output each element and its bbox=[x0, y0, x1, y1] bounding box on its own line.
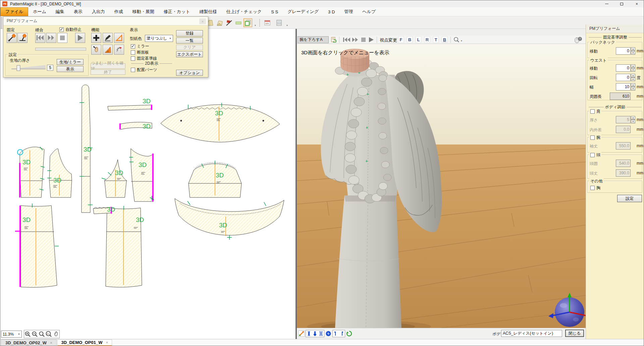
menu-item-io[interactable]: 入出力 bbox=[87, 7, 110, 16]
tab-close-icon[interactable]: × bbox=[106, 340, 108, 345]
zoom-out-icon[interactable] bbox=[32, 331, 38, 338]
body-name-field[interactable]: ACS_レディス(セットイン) bbox=[501, 330, 562, 337]
minimize-button[interactable] bbox=[599, 0, 614, 7]
measure-bar-icon[interactable] bbox=[234, 18, 243, 27]
mannequin-view-icon[interactable] bbox=[312, 330, 318, 337]
no-sew-icon[interactable] bbox=[225, 18, 233, 27]
chevron-down-icon[interactable]: ▼ bbox=[254, 24, 256, 26]
fold-left-icon[interactable] bbox=[333, 330, 339, 337]
sew-play-button[interactable] bbox=[75, 33, 85, 43]
menu-item-modify-cut[interactable]: 修正・カット bbox=[159, 7, 195, 16]
menu-item-file[interactable]: ファイル bbox=[0, 7, 28, 16]
menu-item-sewing-spec[interactable]: 縫製仕様 bbox=[195, 7, 222, 16]
numeric-123-icon[interactable]: 123 bbox=[263, 18, 272, 27]
drape-view-1-icon[interactable] bbox=[306, 330, 312, 337]
menu-item-manage[interactable]: 管理 bbox=[339, 7, 358, 16]
panel-title-bar[interactable]: PMプリフォーム × bbox=[3, 17, 208, 25]
pencil-draw-button[interactable] bbox=[103, 33, 113, 43]
pattern-piece-bodice-l2[interactable] bbox=[49, 149, 72, 197]
view-left-button[interactable]: L bbox=[416, 36, 421, 43]
menu-item-help[interactable]: ヘルプ bbox=[358, 7, 380, 16]
pattern-fold-icon[interactable] bbox=[215, 18, 224, 27]
layer-square-icon[interactable] bbox=[244, 18, 252, 27]
waist-move-field[interactable]: 0 bbox=[616, 64, 631, 72]
zoom-level-select[interactable]: 11.3%▼ bbox=[1, 331, 22, 338]
menu-item-ss[interactable]: S S bbox=[266, 7, 283, 16]
waist-move-spinner[interactable]: ▲▼ bbox=[631, 64, 635, 72]
waist-width-spinner[interactable]: ▲▼ bbox=[631, 83, 635, 91]
set-square-button[interactable] bbox=[114, 33, 124, 43]
head-checkbox[interactable] bbox=[590, 153, 595, 157]
chest-checkbox[interactable] bbox=[590, 186, 595, 190]
menu-item-finish-check[interactable]: 仕上げ・チェック bbox=[222, 7, 267, 16]
pose-select[interactable]: 腕を下ろすA bbox=[298, 36, 329, 43]
menu-item-edit[interactable]: 編集 bbox=[51, 7, 69, 16]
simulation-log-icon[interactable] bbox=[331, 37, 337, 44]
view-bottom-button[interactable]: B bbox=[442, 36, 447, 43]
sew-forward-button[interactable] bbox=[46, 33, 56, 43]
add-pin-plus-button[interactable] bbox=[91, 33, 101, 43]
chevron-down-icon[interactable]: ▼ bbox=[286, 24, 288, 26]
waist-rotate-field[interactable]: 0 bbox=[616, 74, 631, 81]
sew-stop-button[interactable] bbox=[57, 33, 67, 43]
view-right-button[interactable]: R bbox=[424, 36, 430, 43]
backneck-move-field[interactable]: 0 bbox=[616, 47, 631, 55]
view-back-button[interactable]: B bbox=[407, 36, 413, 43]
sew-rewind-button[interactable] bbox=[35, 33, 45, 43]
pattern-piece-bodice-r[interactable] bbox=[131, 149, 153, 201]
sim-stop-icon[interactable] bbox=[361, 37, 367, 44]
pin-base-button[interactable] bbox=[17, 33, 28, 43]
option-button[interactable]: オプション bbox=[176, 70, 203, 76]
sim-rewind-icon[interactable] bbox=[342, 37, 351, 44]
waist-rotate-spinner[interactable]: ▲▼ bbox=[631, 74, 635, 81]
close-button[interactable]: × bbox=[629, 0, 644, 7]
tab-3d-demo-op01[interactable]: 3D_DEMO_OP01_W× bbox=[57, 339, 112, 346]
drape-view-2-icon[interactable] bbox=[318, 330, 324, 337]
hand-tap-button[interactable] bbox=[91, 45, 101, 55]
menu-item-move-expand[interactable]: 移動・展開 bbox=[128, 7, 159, 16]
placed-parts-checkbox[interactable] bbox=[131, 68, 135, 72]
rotate-part-button[interactable] bbox=[114, 45, 124, 55]
sim-forward-icon[interactable] bbox=[352, 37, 360, 44]
magnifier-icon[interactable] bbox=[453, 37, 460, 45]
refresh-sim-icon[interactable] bbox=[346, 330, 353, 337]
view-top-button[interactable]: T bbox=[433, 36, 439, 43]
pin-add-button[interactable] bbox=[7, 33, 17, 43]
show-button[interactable]: 表示 bbox=[57, 66, 84, 72]
register-button[interactable]: 登録 bbox=[176, 30, 203, 37]
fabric-mirror-button[interactable]: 生地/ミラー bbox=[57, 59, 84, 65]
backneck-move-spinner[interactable]: ▲▼ bbox=[631, 47, 635, 55]
fold-check-button[interactable] bbox=[103, 45, 113, 55]
pan-hand-icon[interactable] bbox=[53, 331, 59, 338]
fold-right-icon[interactable] bbox=[339, 330, 345, 337]
thickness-slider[interactable] bbox=[11, 64, 48, 72]
zoom-in-icon[interactable] bbox=[24, 331, 31, 338]
panel-close-icon[interactable]: × bbox=[199, 18, 206, 24]
pattern-piece-bodice-l1[interactable] bbox=[20, 147, 44, 197]
menu-item-grading[interactable]: グレーディング bbox=[283, 7, 323, 16]
menu-item-view[interactable]: 表示 bbox=[69, 7, 87, 16]
menu-item-create[interactable]: 作成 bbox=[110, 7, 128, 16]
waist-width-field[interactable]: 10 bbox=[616, 83, 631, 91]
pattern-piece-band[interactable] bbox=[175, 198, 284, 235]
view-front-button[interactable]: F bbox=[398, 36, 404, 43]
restore-button[interactable] bbox=[614, 0, 629, 7]
chevron-down-icon[interactable]: ▼ bbox=[461, 40, 463, 42]
zoom-all-icon[interactable]: ALL bbox=[46, 331, 52, 338]
calculator-icon[interactable] bbox=[275, 18, 283, 27]
autostop-checkbox[interactable] bbox=[59, 27, 64, 32]
tab-3d-demo-op02[interactable]: 3D_DEMO_OP02_W× bbox=[1, 339, 57, 346]
export-button[interactable]: エクスポート bbox=[176, 51, 203, 57]
list-button[interactable]: 一覧 bbox=[176, 38, 203, 44]
tab-close-icon[interactable]: × bbox=[50, 341, 52, 345]
sidebar-settings-button[interactable]: 設定 bbox=[617, 195, 642, 202]
shoulder-checkbox[interactable] bbox=[590, 109, 595, 114]
fit-transform-icon[interactable] bbox=[298, 330, 305, 337]
zoom-window-icon[interactable] bbox=[39, 331, 45, 338]
menu-item-3d[interactable]: 3 D bbox=[323, 7, 339, 16]
panel-drag-grip[interactable] bbox=[1, 17, 2, 28]
pattern-piece-strip-a[interactable] bbox=[108, 105, 152, 110]
close-3d-button[interactable]: 閉じる bbox=[565, 330, 584, 337]
arm-checkbox[interactable] bbox=[590, 135, 595, 140]
cross-section-checkbox[interactable] bbox=[131, 50, 135, 55]
